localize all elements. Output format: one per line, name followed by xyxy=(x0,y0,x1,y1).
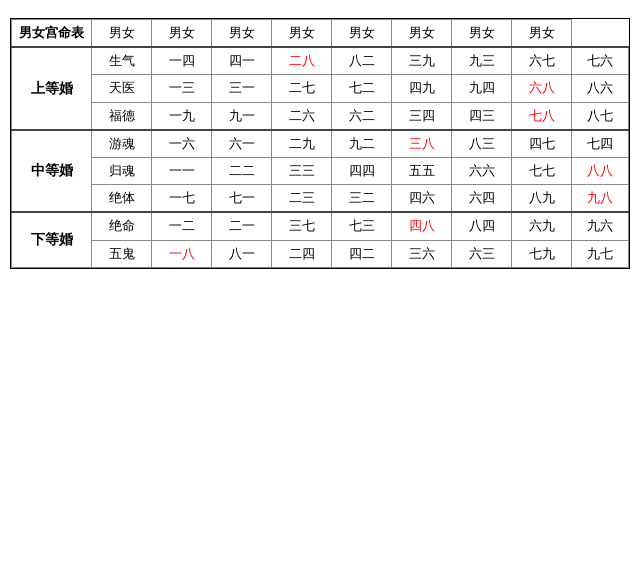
cell-2-1-6: 七九 xyxy=(512,240,572,267)
col-header-2: 男女 xyxy=(152,20,212,48)
cell-1-2-7: 九八 xyxy=(572,185,629,213)
sub-label-2-0: 绝命 xyxy=(92,212,152,240)
cell-2-0-2: 三七 xyxy=(272,212,332,240)
sub-label-0-1: 天医 xyxy=(92,75,152,102)
group-label-0: 上等婚 xyxy=(12,47,92,130)
cell-1-2-2: 二三 xyxy=(272,185,332,213)
col-header-7: 男女 xyxy=(452,20,512,48)
group-label-1: 中等婚 xyxy=(12,130,92,213)
cell-2-0-3: 七三 xyxy=(332,212,392,240)
col-header-1: 男女 xyxy=(92,20,152,48)
cell-2-0-1: 二一 xyxy=(212,212,272,240)
cell-2-1-7: 九七 xyxy=(572,240,629,267)
cell-1-0-6: 四七 xyxy=(512,130,572,158)
cell-0-1-7: 八六 xyxy=(572,75,629,102)
cell-0-1-6: 六八 xyxy=(512,75,572,102)
cell-1-0-2: 二九 xyxy=(272,130,332,158)
cell-1-2-3: 三二 xyxy=(332,185,392,213)
cell-2-1-5: 六三 xyxy=(452,240,512,267)
cell-2-0-5: 八四 xyxy=(452,212,512,240)
table-row: 上等婚生气一四四一二八八二三九九三六七七六 xyxy=(12,47,629,75)
sub-label-0-2: 福德 xyxy=(92,102,152,130)
cell-0-2-4: 三四 xyxy=(392,102,452,130)
cell-1-0-0: 一六 xyxy=(152,130,212,158)
cell-2-1-3: 四二 xyxy=(332,240,392,267)
table-row: 中等婚游魂一六六一二九九二三八八三四七七四 xyxy=(12,130,629,158)
main-table-wrapper: 男女宫命表男女男女男女男女男女男女男女男女上等婚生气一四四一二八八二三九九三六七… xyxy=(10,18,630,269)
cell-2-1-2: 二四 xyxy=(272,240,332,267)
cell-0-1-2: 二七 xyxy=(272,75,332,102)
cell-0-0-7: 七六 xyxy=(572,47,629,75)
cell-0-0-0: 一四 xyxy=(152,47,212,75)
cell-2-1-0: 一八 xyxy=(152,240,212,267)
cell-1-0-4: 三八 xyxy=(392,130,452,158)
cell-2-0-7: 九六 xyxy=(572,212,629,240)
cell-1-2-5: 六四 xyxy=(452,185,512,213)
sub-label-0-0: 生气 xyxy=(92,47,152,75)
table-row: 绝体一七七一二三三二四六六四八九九八 xyxy=(12,185,629,213)
sub-label-2-1: 五鬼 xyxy=(92,240,152,267)
cell-0-2-2: 二六 xyxy=(272,102,332,130)
marriage-table: 男女宫命表男女男女男女男女男女男女男女男女上等婚生气一四四一二八八二三九九三六七… xyxy=(11,19,629,268)
group-label-2: 下等婚 xyxy=(12,212,92,267)
cell-2-0-0: 一二 xyxy=(152,212,212,240)
cell-0-2-3: 六二 xyxy=(332,102,392,130)
cell-0-1-3: 七二 xyxy=(332,75,392,102)
cell-1-2-0: 一七 xyxy=(152,185,212,213)
cell-0-0-5: 九三 xyxy=(452,47,512,75)
cell-0-2-7: 八七 xyxy=(572,102,629,130)
cell-0-1-1: 三一 xyxy=(212,75,272,102)
col-header-6: 男女 xyxy=(392,20,452,48)
cell-1-1-0: 一一 xyxy=(152,157,212,184)
cell-1-0-7: 七四 xyxy=(572,130,629,158)
cell-0-2-5: 四三 xyxy=(452,102,512,130)
cell-1-0-5: 八三 xyxy=(452,130,512,158)
cell-0-1-5: 九四 xyxy=(452,75,512,102)
cell-2-1-1: 八一 xyxy=(212,240,272,267)
col-header-8: 男女 xyxy=(512,20,572,48)
sub-label-1-1: 归魂 xyxy=(92,157,152,184)
cell-2-0-6: 六九 xyxy=(512,212,572,240)
table-row: 归魂一一二二三三四四五五六六七七八八 xyxy=(12,157,629,184)
cell-1-1-2: 三三 xyxy=(272,157,332,184)
cell-1-1-1: 二二 xyxy=(212,157,272,184)
table-row: 五鬼一八八一二四四二三六六三七九九七 xyxy=(12,240,629,267)
cell-1-1-7: 八八 xyxy=(572,157,629,184)
cell-0-0-4: 三九 xyxy=(392,47,452,75)
cell-1-2-4: 四六 xyxy=(392,185,452,213)
col-header-3: 男女 xyxy=(212,20,272,48)
cell-1-2-1: 七一 xyxy=(212,185,272,213)
cell-0-2-6: 七八 xyxy=(512,102,572,130)
sub-label-1-0: 游魂 xyxy=(92,130,152,158)
cell-0-0-1: 四一 xyxy=(212,47,272,75)
col-header-5: 男女 xyxy=(332,20,392,48)
cell-2-1-4: 三六 xyxy=(392,240,452,267)
cell-1-0-1: 六一 xyxy=(212,130,272,158)
cell-1-1-5: 六六 xyxy=(452,157,512,184)
table-row: 天医一三三一二七七二四九九四六八八六 xyxy=(12,75,629,102)
table-row: 福德一九九一二六六二三四四三七八八七 xyxy=(12,102,629,130)
cell-1-1-3: 四四 xyxy=(332,157,392,184)
table-row: 下等婚绝命一二二一三七七三四八八四六九九六 xyxy=(12,212,629,240)
cell-1-0-3: 九二 xyxy=(332,130,392,158)
cell-0-2-0: 一九 xyxy=(152,102,212,130)
cell-1-2-6: 八九 xyxy=(512,185,572,213)
cell-1-1-4: 五五 xyxy=(392,157,452,184)
cell-0-0-3: 八二 xyxy=(332,47,392,75)
sub-label-1-2: 绝体 xyxy=(92,185,152,213)
cell-0-0-6: 六七 xyxy=(512,47,572,75)
cell-2-0-4: 四八 xyxy=(392,212,452,240)
col-header-4: 男女 xyxy=(272,20,332,48)
cell-0-0-2: 二八 xyxy=(272,47,332,75)
cell-0-2-1: 九一 xyxy=(212,102,272,130)
table-corner: 男女宫命表 xyxy=(12,20,92,48)
cell-0-1-4: 四九 xyxy=(392,75,452,102)
cell-0-1-0: 一三 xyxy=(152,75,212,102)
cell-1-1-6: 七七 xyxy=(512,157,572,184)
